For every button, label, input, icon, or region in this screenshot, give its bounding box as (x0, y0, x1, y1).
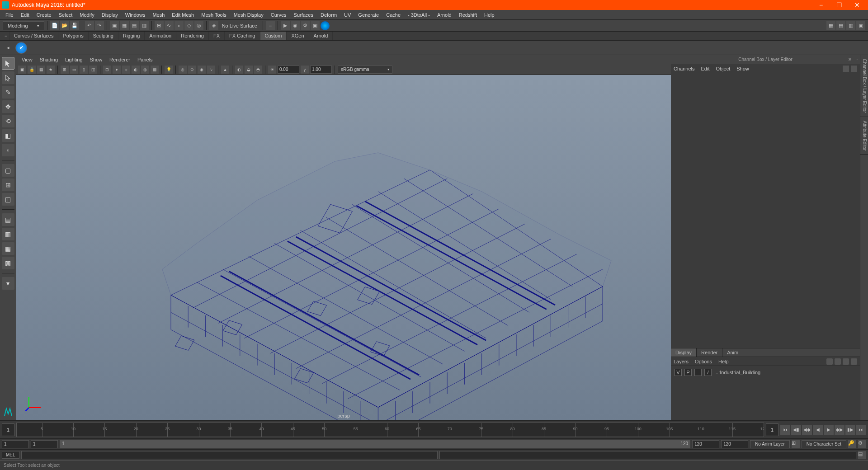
play-forward-button[interactable]: ▶ (824, 425, 834, 435)
camera-select-button[interactable]: ▣ (18, 66, 26, 74)
layout-options[interactable]: ▾ (2, 277, 14, 290)
range-inner-start-input[interactable] (31, 440, 58, 448)
gate-mask-toggle[interactable]: ◫ (89, 66, 97, 74)
layer-move-up-button[interactable] (835, 358, 841, 365)
tool-settings-toggle[interactable]: ▥ (846, 21, 855, 30)
channel-menu-show[interactable]: Show (736, 66, 749, 71)
last-tool[interactable]: ▫ (2, 144, 14, 156)
auto-key-toggle[interactable]: 🔑 (848, 440, 856, 448)
menu-create[interactable]: Create (33, 11, 55, 19)
step-back-button[interactable]: ◀▮ (791, 425, 801, 435)
range-track[interactable]: 1120 (60, 440, 690, 448)
layer-menu-options[interactable]: Options (695, 359, 712, 364)
panel-menu-view[interactable]: View (18, 56, 36, 63)
channel-icon-1[interactable] (843, 66, 849, 72)
menu-uv[interactable]: UV (340, 11, 354, 19)
menu-display[interactable]: Display (98, 11, 122, 19)
layout-preset-4[interactable]: ▩ (2, 257, 14, 269)
menu-redshift[interactable]: Redshift (455, 11, 481, 19)
shelf-tab-fx-caching[interactable]: FX Caching (225, 32, 260, 40)
bookmark-button[interactable]: ★ (47, 66, 55, 74)
panel-popup-button[interactable]: ▫ (856, 57, 858, 62)
rotate-tool[interactable]: ⟲ (2, 115, 14, 127)
menu-generate[interactable]: Generate (354, 11, 382, 19)
open-scene-button[interactable]: 📂 (60, 21, 69, 30)
shelf-tab-rendering[interactable]: Rendering (176, 32, 209, 40)
high-quality-toggle[interactable]: ▲ (221, 66, 229, 74)
dof-toggle[interactable]: ◓ (254, 66, 262, 74)
anim-layer-dropdown[interactable]: No Anim Layer (750, 440, 790, 448)
image-plane-button[interactable]: ▦ (37, 66, 45, 74)
ipr-button[interactable]: ◉ (291, 21, 300, 30)
menu-mesh-display[interactable]: Mesh Display (230, 11, 267, 19)
prev-key-button[interactable]: ◀◆ (802, 425, 812, 435)
shelf-tab-sculpting[interactable]: Sculpting (89, 32, 118, 40)
layer-tab-display[interactable]: Display (671, 348, 697, 357)
lasso-tool[interactable] (2, 71, 14, 84)
menu--dtoall-[interactable]: - 3DtoAll - (404, 11, 434, 19)
resolution-gate-toggle[interactable]: ▯ (80, 66, 88, 74)
minimize-button[interactable]: − (812, 0, 830, 10)
menu-edit-mesh[interactable]: Edit Mesh (168, 11, 198, 19)
smooth-shade-button[interactable]: ● (113, 66, 121, 74)
shelf-tab-fx[interactable]: FX (209, 32, 225, 40)
shadows-button[interactable]: ◐ (132, 66, 140, 74)
snap-grid-toggle[interactable]: ⊞ (155, 21, 164, 30)
msaa-toggle[interactable]: ◒ (245, 66, 253, 74)
script-language-dropdown[interactable]: MEL (2, 451, 19, 459)
playback-prefs-button[interactable]: ⚙ (858, 440, 866, 448)
layout-preset-1[interactable]: ▤ (2, 213, 14, 226)
menu-file[interactable]: File (2, 11, 17, 19)
layer-visibility-toggle[interactable]: V (675, 369, 682, 376)
snap-live-toggle[interactable]: ◎ (194, 21, 203, 30)
channel-menu-edit[interactable]: Edit (701, 66, 709, 71)
layout-four[interactable]: ⊞ (2, 179, 14, 191)
shelf-tab-curves-surfaces[interactable]: Curves / Surfaces (9, 32, 58, 40)
character-set-dropdown[interactable]: No Character Set (802, 440, 846, 448)
layout-two-side[interactable]: ◫ (2, 193, 14, 206)
gamma-input[interactable] (310, 66, 332, 74)
layout-preset-2[interactable]: ▥ (2, 228, 14, 240)
exposure-input[interactable] (278, 66, 299, 74)
right-tab-channel-box-layer-editor[interactable]: Channel Box / Layer Editor (860, 55, 868, 117)
select-tool[interactable] (2, 57, 14, 70)
menu-curves[interactable]: Curves (267, 11, 290, 19)
layer-menu-layers[interactable]: Layers (674, 359, 689, 364)
shelf-custom-icon[interactable]: ✔ (15, 42, 27, 54)
menu-select[interactable]: Select (55, 11, 76, 19)
snap-plane-toggle[interactable]: ◇ (184, 21, 193, 30)
layer-color-swatch[interactable]: / (704, 369, 712, 376)
default-light-button[interactable]: 💡 (165, 66, 173, 74)
panel-menu-panels[interactable]: Panels (134, 56, 156, 63)
layer-row[interactable]: V P / ...:Industrial_Building (673, 368, 858, 377)
menu-mesh[interactable]: Mesh (149, 11, 168, 19)
panel-menu-shading[interactable]: Shading (36, 56, 61, 63)
select-component-toggle[interactable]: ▥ (140, 21, 149, 30)
wireframe-button[interactable]: ⊡ (103, 66, 111, 74)
range-end-input[interactable] (721, 440, 748, 448)
shelf-tab-rigging[interactable]: Rigging (118, 32, 145, 40)
shelf-arrow[interactable]: ◂ (4, 45, 13, 51)
shelf-tab-xgen[interactable]: XGen (287, 32, 309, 40)
end-frame-display[interactable] (766, 423, 778, 436)
attribute-editor-toggle[interactable]: ▤ (836, 21, 845, 30)
layout-preset-3[interactable]: ▦ (2, 242, 14, 255)
isolate-select-button[interactable]: ◉ (198, 66, 206, 74)
render-view-button[interactable]: ▣ (311, 21, 320, 30)
script-editor-button[interactable]: ▤ (858, 451, 866, 459)
wireframe-shaded-button[interactable]: ◍ (141, 66, 149, 74)
color-management-dropdown[interactable]: sRGB gamma (338, 66, 392, 74)
undo-button[interactable]: ↶ (85, 21, 94, 30)
modeling-toolkit-toggle[interactable]: ▦ (826, 21, 835, 30)
textured-button[interactable]: ▩ (151, 66, 159, 74)
menu-modify[interactable]: Modify (76, 11, 98, 19)
shelf-tab-polygons[interactable]: Polygons (58, 32, 88, 40)
use-lights-button[interactable]: ☼ (122, 66, 130, 74)
step-forward-button[interactable]: ▮▶ (845, 425, 855, 435)
play-back-button[interactable]: ◀ (813, 425, 823, 435)
menu-deform[interactable]: Deform (317, 11, 340, 19)
motion-trails-button[interactable]: ∿ (207, 66, 215, 74)
shelf-tab-menu[interactable]: ≡ (0, 32, 9, 40)
fast-forward-button[interactable]: ⏭ (856, 425, 866, 435)
command-input[interactable] (21, 451, 438, 459)
